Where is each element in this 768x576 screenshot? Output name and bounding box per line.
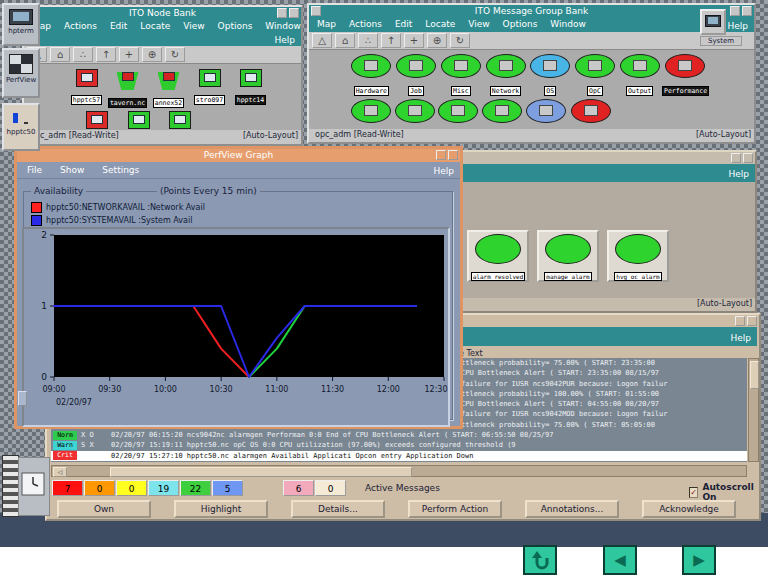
vertical-scrollbar[interactable] xyxy=(748,358,759,462)
menu-item[interactable]: Edit xyxy=(395,19,412,29)
menu-item[interactable]: Settings xyxy=(102,165,139,175)
toolbar-icon[interactable]: △ xyxy=(312,33,332,48)
minimize-icon[interactable] xyxy=(277,8,287,18)
autoscroll-checkbox[interactable]: ✓ xyxy=(689,487,698,498)
node-bank-map[interactable]: hpptc57 tavern.nc annex52 stro09 xyxy=(24,64,301,130)
toolbar-icon[interactable]: ↑ xyxy=(381,33,401,48)
node-icon[interactable]: hpptc14 xyxy=(230,69,271,109)
ownership-count-button[interactable]: 6 xyxy=(283,480,314,496)
menu-item[interactable]: Locate xyxy=(425,19,455,29)
menu-item[interactable]: View xyxy=(468,19,489,29)
browser-action-button[interactable]: Own xyxy=(57,500,151,518)
toolbar-icon[interactable]: ∴ xyxy=(358,33,378,48)
message-group-icon[interactable]: NetWare xyxy=(524,99,568,129)
menu-item-help[interactable]: Help xyxy=(274,35,295,45)
toolbar-icon[interactable]: ↻ xyxy=(450,33,470,48)
menu-item-help[interactable]: Help xyxy=(728,169,749,179)
toolbar-icon[interactable]: ⌂ xyxy=(50,47,70,62)
window-menu-icon[interactable] xyxy=(311,6,321,16)
node-icon[interactable]: hpptc57 xyxy=(66,69,107,109)
menu-item[interactable]: Actions xyxy=(349,19,382,29)
node-icon[interactable]: stro097 xyxy=(189,69,230,109)
severity-count-button[interactable]: 0 xyxy=(116,480,147,496)
node-bank-titlebar[interactable]: ITO Node Bank xyxy=(24,7,301,20)
ownership-count-button[interactable]: 0 xyxy=(315,480,346,496)
message-row[interactable]: Norm X O 02/20/97 06:15:20 ncs9042nc ala… xyxy=(51,430,747,440)
message-group-icon[interactable]: Database xyxy=(480,99,524,129)
menu-item[interactable]: Window xyxy=(550,19,586,29)
application-icon[interactable]: hvg oc alarm xyxy=(607,230,669,282)
toolbar-icon[interactable]: ⊕ xyxy=(142,47,162,62)
scrollbar-thumb[interactable] xyxy=(110,467,412,477)
message-group-icon[interactable]: Misc xyxy=(438,54,483,97)
hpptc50-desktop-icon[interactable]: hpptc50 xyxy=(2,103,40,151)
application-icon[interactable]: manage alarm xyxy=(537,230,599,282)
menu-item[interactable]: Actions xyxy=(64,21,97,31)
node-icon[interactable]: hpeuclsrv xyxy=(118,111,160,130)
menu-item[interactable]: View xyxy=(183,21,204,31)
message-group-bank-titlebar[interactable]: ITO Message Group Bank xyxy=(309,5,754,18)
message-group-icon[interactable]: Network xyxy=(483,54,528,97)
menu-item-help[interactable]: Help xyxy=(727,21,748,31)
message-group-icon[interactable]: OS xyxy=(528,54,573,97)
toolbar-icon[interactable]: ⊕ xyxy=(427,33,447,48)
maximize-icon[interactable] xyxy=(448,150,458,160)
browser-action-button[interactable]: Annotations... xyxy=(525,500,619,518)
menu-item[interactable]: Options xyxy=(503,19,538,29)
toolbar-icon[interactable]: ↑ xyxy=(96,47,116,62)
browser-action-button[interactable]: Perform Action xyxy=(408,500,502,518)
system-desktop-icon[interactable] xyxy=(700,9,726,35)
message-group-icon[interactable]: PROLIN xyxy=(437,99,481,129)
menu-item[interactable]: Edit xyxy=(110,21,127,31)
message-group-icon[interactable]: Hardware xyxy=(349,54,394,97)
message-group-icon[interactable]: OpC xyxy=(573,54,618,97)
severity-count-button[interactable]: 19 xyxy=(148,480,179,496)
menu-item[interactable]: Locate xyxy=(140,21,170,31)
toolbar-icon[interactable]: ⌂ xyxy=(335,33,355,48)
node-icon[interactable]: annex52 xyxy=(148,69,189,109)
return-button[interactable] xyxy=(523,545,557,575)
message-group-icon[interactable]: Output xyxy=(617,54,662,97)
severity-count-button[interactable]: 0 xyxy=(84,480,115,496)
perfview-titlebar[interactable]: PerfView Graph xyxy=(17,149,460,162)
maximize-icon[interactable] xyxy=(289,8,299,18)
minimize-icon[interactable] xyxy=(436,150,446,160)
menu-item[interactable]: File xyxy=(27,165,42,175)
message-row[interactable]: Warn S X 02/20/97 15:19:11 hpptc50.nc op… xyxy=(51,440,747,450)
menu-item[interactable]: Show xyxy=(60,165,84,175)
node-icon[interactable]: e00 5jen xyxy=(159,111,201,130)
back-button[interactable]: ◀ xyxy=(603,545,637,575)
message-group-icon[interactable]: Job xyxy=(394,54,439,97)
minimized-striped-icon[interactable] xyxy=(2,455,19,517)
horizontal-scrollbar[interactable]: ◁ xyxy=(51,465,747,477)
menu-item[interactable]: Map xyxy=(317,19,336,29)
node-icon[interactable]: tavern.nc xyxy=(107,69,148,109)
scrollbar-thumb[interactable] xyxy=(750,361,759,389)
menu-item-help[interactable]: Help xyxy=(730,333,751,343)
maximize-icon[interactable] xyxy=(743,153,753,163)
application-icon[interactable]: alarm resolved xyxy=(467,230,529,282)
message-group-icon[interactable]: Security xyxy=(393,99,437,129)
message-group-icon[interactable]: SNMP xyxy=(349,99,393,129)
toolbar-icon[interactable]: ∴ xyxy=(73,47,93,62)
browser-action-button[interactable]: Details... xyxy=(291,500,385,518)
severity-count-button[interactable]: 22 xyxy=(180,480,211,496)
browser-action-button[interactable]: Acknowledge xyxy=(642,500,736,518)
severity-count-button[interactable]: 5 xyxy=(212,480,243,496)
availability-chart[interactable]: 01209:0009:3010:0010:3011:0011:3012:0012… xyxy=(24,229,448,425)
severity-count-button[interactable]: 7 xyxy=(52,480,83,496)
menu-item[interactable]: Window xyxy=(265,21,301,31)
menu-item-help[interactable]: Help xyxy=(433,166,454,176)
clock-mini-panel[interactable] xyxy=(18,457,50,516)
minimize-icon[interactable] xyxy=(730,6,740,16)
toolbar-icon[interactable]: + xyxy=(119,47,139,62)
perfview-desktop-icon[interactable]: PerfView xyxy=(2,48,40,98)
maximize-icon[interactable] xyxy=(747,316,757,326)
pane-sash-handle[interactable] xyxy=(18,391,27,406)
application-bank-map[interactable]: alarm resolved manage alarm hvg oc alarm xyxy=(457,182,755,298)
minimize-icon[interactable] xyxy=(731,153,741,163)
hpterm-desktop-icon[interactable]: hpterm xyxy=(2,3,40,46)
maximize-icon[interactable] xyxy=(742,6,752,16)
browser-action-button[interactable]: Highlight xyxy=(174,500,268,518)
toolbar-icon[interactable]: ↻ xyxy=(165,47,185,62)
